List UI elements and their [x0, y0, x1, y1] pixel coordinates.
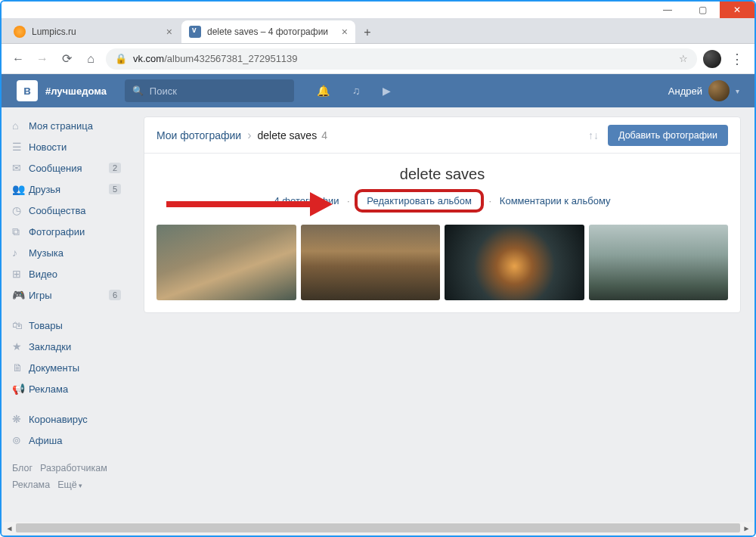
- photo-thumb[interactable]: [589, 225, 729, 300]
- footer-blog[interactable]: Блог: [12, 463, 33, 473]
- badge: 2: [109, 163, 121, 173]
- sidebar-item-label: Сообщества: [29, 205, 86, 216]
- album-links: 4 фотографии · Редактировать альбом · Ко…: [156, 189, 728, 213]
- chevron-down-icon: ▾: [736, 87, 739, 95]
- star-icon: ★: [12, 340, 29, 352]
- add-photos-button[interactable]: Добавить фотографии: [608, 125, 728, 146]
- sidebar-item-label: Фотографии: [29, 226, 85, 237]
- scroll-right-icon[interactable]: ►: [740, 522, 753, 534]
- events-icon: ⊚: [12, 434, 29, 446]
- sidebar-item-label: Закладки: [29, 341, 71, 352]
- sidebar-item-label: Моя страница: [29, 120, 93, 132]
- photos-icon: ⧉: [12, 225, 29, 238]
- vk-header-icons: 🔔 ♫ ▶: [317, 85, 392, 97]
- photo-thumb[interactable]: [156, 225, 296, 300]
- sort-icon[interactable]: ↑↓: [588, 129, 599, 141]
- scrollbar-thumb[interactable]: [16, 523, 740, 532]
- sidebar-item-bookmarks[interactable]: ★Закладки: [12, 336, 130, 357]
- footer-more[interactable]: Ещё: [57, 480, 82, 490]
- sidebar-item-label: Документы: [29, 362, 79, 374]
- friends-icon: 👥: [12, 183, 29, 195]
- photo-thumb[interactable]: [445, 225, 584, 300]
- url-field[interactable]: 🔒 vk.com /album432567381_272951139 ☆: [106, 48, 697, 70]
- new-tab-button[interactable]: +: [357, 22, 378, 43]
- win-titlebar: — ▢ ✕: [2, 2, 754, 18]
- vk-logo-icon[interactable]: в: [17, 80, 38, 101]
- groups-icon: ◷: [12, 204, 29, 216]
- sidebar-item-label: Коронавирус: [29, 414, 88, 425]
- nav-reload-icon[interactable]: ⟳: [57, 50, 76, 68]
- tab-vk-album[interactable]: delete saves – 4 фотографии ×: [181, 20, 355, 43]
- breadcrumb-photos[interactable]: Мои фотографии: [156, 129, 241, 141]
- video-icon: ⊞: [12, 268, 29, 280]
- market-icon: 🛍: [12, 319, 29, 331]
- sidebar-item-events[interactable]: ⊚Афиша: [12, 430, 130, 451]
- tab-title: delete saves – 4 фотографии: [207, 26, 328, 37]
- sidebar-item-docs[interactable]: 🗎Документы: [12, 357, 130, 378]
- nav-home-icon[interactable]: ⌂: [82, 50, 100, 68]
- sidebar-item-label: Сообщения: [29, 163, 82, 174]
- sidebar: ⌂Моя страница ☰Новости ✉Сообщения2 👥Друз…: [2, 107, 130, 537]
- search-placeholder: Поиск: [150, 85, 177, 97]
- win-close[interactable]: ✕: [720, 2, 754, 18]
- horizontal-scrollbar[interactable]: ◄ ►: [3, 522, 753, 534]
- sidebar-item-photos[interactable]: ⧉Фотографии: [12, 221, 130, 242]
- dot: ·: [489, 195, 492, 206]
- tab-close-icon[interactable]: ×: [166, 26, 172, 38]
- sidebar-item-video[interactable]: ⊞Видео: [12, 263, 130, 284]
- video-icon[interactable]: ▶: [383, 85, 391, 97]
- photo-thumb[interactable]: [301, 225, 441, 300]
- browser-menu-icon[interactable]: ⋮: [727, 51, 747, 67]
- link-photo-count[interactable]: 4 фотографии: [274, 195, 339, 206]
- link-album-comments[interactable]: Комментарии к альбому: [500, 195, 611, 206]
- scroll-left-icon[interactable]: ◄: [3, 522, 16, 534]
- photo-grid: [156, 225, 728, 300]
- card-header: Мои фотографии › delete saves 4 ↑↓ Добав…: [144, 117, 740, 154]
- link-edit-album[interactable]: Редактировать альбом: [367, 195, 472, 206]
- sidebar-item-covid[interactable]: ❋Коронавирус: [12, 408, 130, 430]
- bookmark-star-icon[interactable]: ☆: [679, 53, 688, 64]
- sidebar-item-profile[interactable]: ⌂Моя страница: [12, 115, 130, 136]
- sidebar-item-ads[interactable]: 📢Реклама: [12, 378, 130, 399]
- music-icon[interactable]: ♫: [352, 85, 361, 97]
- nav-forward-icon: →: [33, 50, 51, 68]
- sidebar-item-label: Реклама: [29, 383, 68, 395]
- docs-icon: 🗎: [12, 362, 29, 374]
- callout-highlight: Редактировать альбом: [355, 189, 484, 213]
- sidebar-item-label: Новости: [29, 141, 67, 153]
- vk-hashtag[interactable]: #лучшедома: [45, 85, 107, 97]
- music-icon: ♪: [12, 247, 29, 259]
- vk-search-input[interactable]: 🔍 Поиск: [125, 79, 294, 102]
- sidebar-item-music[interactable]: ♪Музыка: [12, 242, 130, 263]
- main-content: Мои фотографии › delete saves 4 ↑↓ Добав…: [130, 107, 754, 537]
- sidebar-item-friends[interactable]: 👥Друзья5: [12, 178, 130, 200]
- sidebar-item-news[interactable]: ☰Новости: [12, 136, 130, 157]
- tab-close-icon[interactable]: ×: [342, 26, 348, 38]
- sidebar-item-label: Товары: [29, 320, 63, 331]
- bell-icon[interactable]: 🔔: [317, 85, 330, 97]
- dot: ·: [347, 195, 350, 206]
- win-maximize[interactable]: ▢: [685, 2, 720, 18]
- home-icon: ⌂: [12, 120, 29, 132]
- win-minimize[interactable]: —: [650, 2, 685, 18]
- url-host: vk.com: [133, 53, 164, 64]
- sidebar-item-messages[interactable]: ✉Сообщения2: [12, 157, 130, 178]
- footer-ads[interactable]: Реклама: [12, 480, 50, 490]
- sidebar-item-label: Афиша: [29, 435, 62, 446]
- profile-avatar[interactable]: [703, 50, 721, 68]
- album-title: delete saves: [156, 166, 728, 183]
- page-body: ⌂Моя страница ☰Новости ✉Сообщения2 👥Друз…: [2, 107, 754, 537]
- sidebar-item-games[interactable]: 🎮Игры6: [12, 284, 130, 306]
- lock-icon: 🔒: [115, 53, 127, 64]
- card-body: delete saves 4 фотографии · Редактироват…: [144, 154, 740, 312]
- chevron-right-icon: ›: [247, 129, 251, 142]
- footer-dev[interactable]: Разработчикам: [40, 463, 107, 473]
- favicon-lumpics: [14, 26, 26, 38]
- sidebar-item-market[interactable]: 🛍Товары: [12, 315, 130, 336]
- album-card: Мои фотографии › delete saves 4 ↑↓ Добав…: [144, 116, 741, 313]
- nav-back-icon[interactable]: ←: [9, 50, 27, 68]
- sidebar-item-groups[interactable]: ◷Сообщества: [12, 200, 130, 221]
- vk-avatar: [708, 80, 730, 101]
- vk-user-menu[interactable]: Андрей ▾: [668, 80, 739, 101]
- tab-lumpics[interactable]: Lumpics.ru ×: [6, 20, 180, 43]
